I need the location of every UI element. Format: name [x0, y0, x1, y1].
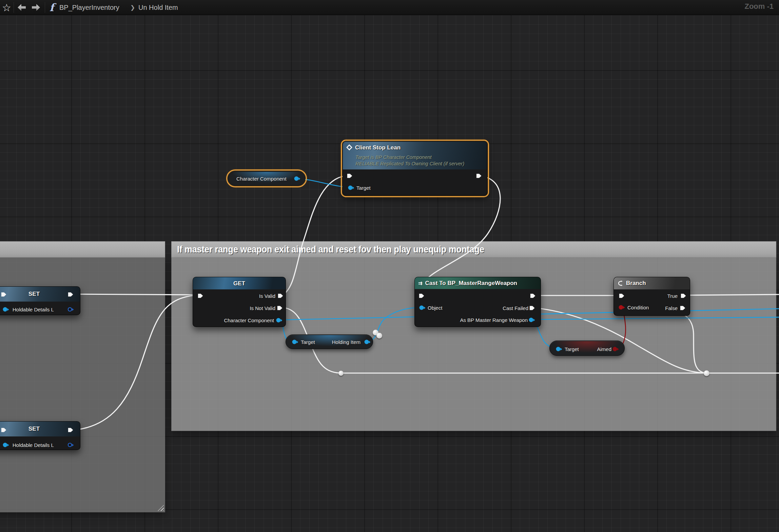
object-label: Object [428, 305, 442, 311]
true-label: True [667, 293, 678, 299]
exec-in-pin[interactable] [619, 293, 624, 299]
as-bp-master-range-weapon-out-pin[interactable] [529, 318, 533, 322]
reroute-node-hover[interactable] [376, 333, 382, 339]
target-label: Target [356, 185, 371, 191]
zoom-level-label: Zoom -1 [744, 2, 774, 11]
false-label: False [665, 305, 678, 311]
aimed-getter[interactable]: Target Aimed [549, 341, 625, 356]
client-stop-lean-subtitle-2: RELIABLE Replicated To Owning Client (if… [355, 161, 464, 167]
cast-failed-label: Cast Failed [503, 305, 528, 311]
comment-box-main: If master range weapon exit aimed and re… [171, 241, 776, 431]
character-component-out-pin[interactable] [276, 318, 281, 323]
toolbar-divider [45, 2, 45, 13]
is-valid-exec-out-pin[interactable] [278, 293, 283, 299]
comment-main-title: If master range weapon exit aimed and re… [177, 244, 484, 255]
breadcrumb-function-name[interactable]: Un Hold Item [138, 0, 178, 15]
holdable-details-in-pin[interactable] [3, 307, 7, 312]
branch-node-title: Branch [626, 280, 646, 287]
event-diamond-icon [346, 144, 352, 150]
aimed-out-pin[interactable] [613, 347, 617, 351]
breadcrumb-blueprint-name[interactable]: BP_PlayerInventory [59, 0, 119, 15]
cast-failed-exec-out-pin[interactable] [530, 306, 535, 311]
client-stop-lean-title: Client Stop Lean [355, 144, 401, 151]
blueprint-graph-canvas[interactable]: Zoom -1 If master range weapon exit aime… [0, 0, 779, 532]
is-not-valid-label: Is Not Valid [250, 305, 275, 311]
branch-node-header: Branch [614, 277, 690, 289]
is-not-valid-exec-out-pin[interactable] [277, 306, 283, 311]
back-arrow-icon [18, 4, 26, 11]
character-component-getter[interactable]: Character Component [228, 171, 305, 186]
aimed-label: Aimed [597, 346, 611, 352]
holding-item-getter[interactable]: Target Holding Item [286, 334, 373, 349]
set-node-bottom[interactable]: SET Holdable Details L [0, 421, 80, 450]
holdable-details-out-pin[interactable] [68, 307, 72, 312]
exec-out-pin[interactable] [530, 293, 535, 299]
breadcrumb-toolbar: ☆ f BP_PlayerInventory ❯ Un Hold Item [0, 0, 779, 15]
character-component-out-pin[interactable] [294, 177, 299, 181]
cast-node-title: Cast To BP_MasterRangeWeapon [425, 280, 517, 287]
client-stop-lean-subtitle-1: Target is BP Character Component [355, 154, 432, 161]
target-in-pin[interactable] [348, 186, 353, 190]
nav-back-button[interactable] [18, 0, 26, 15]
get-node-title: GET [193, 280, 286, 287]
as-bp-master-range-weapon-label: As BP Master Range Weapon [460, 317, 528, 323]
comment-resize-handle[interactable] [158, 505, 164, 511]
holdable-details-label: Holdable Details L [13, 442, 54, 448]
toolbar-divider [14, 2, 14, 13]
comment-left-header[interactable] [0, 241, 165, 258]
favorite-star-icon[interactable]: ☆ [2, 0, 11, 15]
set-node-top[interactable]: SET Holdable Details L [0, 286, 80, 315]
holdable-details-out-pin[interactable] [68, 443, 72, 447]
target-label: Target [565, 346, 579, 352]
cast-arrows-icon: ⇉ [418, 280, 423, 286]
condition-in-pin[interactable] [619, 305, 623, 310]
reroute-node[interactable] [704, 370, 709, 376]
forward-arrow-icon [32, 4, 40, 11]
holdable-details-in-pin[interactable] [3, 443, 7, 447]
holding-item-out-pin[interactable] [365, 340, 369, 344]
target-in-pin[interactable] [556, 347, 561, 351]
breadcrumb-chevron-icon: ❯ [130, 0, 135, 15]
true-exec-out-pin[interactable] [681, 293, 686, 299]
condition-label: Condition [627, 305, 649, 310]
comment-main-header[interactable]: If master range weapon exit aimed and re… [171, 241, 776, 258]
comment-box-left [0, 241, 165, 512]
exec-in-pin[interactable] [347, 173, 352, 179]
cast-node-header: ⇉ Cast To BP_MasterRangeWeapon [415, 277, 541, 289]
client-stop-lean-node[interactable]: Client Stop Lean Target is BP Character … [343, 141, 487, 196]
holding-item-label: Holding Item [332, 339, 361, 345]
false-exec-out-pin[interactable] [680, 306, 685, 311]
holdable-details-label: Holdable Details L [13, 307, 54, 312]
function-icon: f [50, 0, 54, 15]
reroute-node[interactable] [338, 371, 344, 376]
exec-out-pin[interactable] [476, 173, 482, 179]
character-component-out-label: Character Component [224, 318, 274, 323]
exec-in-pin[interactable] [419, 293, 424, 299]
target-label: Target [301, 339, 315, 345]
cast-to-bp-masterrangeweapon-node[interactable]: ⇉ Cast To BP_MasterRangeWeapon Object Ca… [414, 277, 541, 327]
branch-node[interactable]: Branch True Condition False [614, 277, 690, 316]
object-in-pin[interactable] [420, 306, 424, 310]
exec-in-pin[interactable] [198, 293, 203, 299]
character-component-label: Character Component [236, 176, 287, 182]
target-in-pin[interactable] [292, 340, 297, 344]
is-valid-label: Is Valid [259, 293, 275, 299]
get-validated-node[interactable]: GET Is Valid Is Not Valid Character Comp… [193, 277, 286, 327]
branch-icon [617, 281, 623, 286]
nav-forward-button[interactable] [32, 0, 40, 15]
